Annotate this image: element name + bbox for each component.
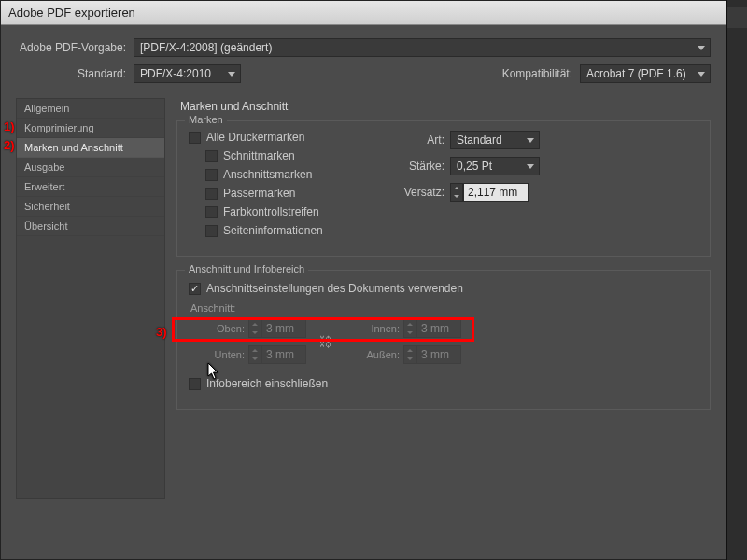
checkbox-label: Infobereich einschließen xyxy=(206,377,328,390)
checkbox-crop-marks[interactable]: Schnittmarken xyxy=(205,149,394,162)
checkbox-include-slug[interactable]: Infobereich einschließen xyxy=(189,377,698,390)
offset-stepper[interactable] xyxy=(450,183,463,202)
bleed-sub-label: Anschnitt: xyxy=(190,302,698,314)
bleed-outer-label: Außen: xyxy=(344,349,400,360)
cursor-icon xyxy=(207,362,222,381)
bleed-legend: Anschnitt und Infobereich xyxy=(185,263,308,274)
compat-dropdown[interactable]: Acrobat 7 (PDF 1.6) xyxy=(580,64,711,83)
checkbox-label: Schnittmarken xyxy=(223,149,295,162)
weight-dropdown[interactable]: 0,25 Pt xyxy=(450,157,540,175)
checkbox-label: Passermarken xyxy=(223,187,295,200)
checkbox-label: Farbkontrollstreifen xyxy=(223,205,319,218)
checkbox-label: Seiteninformationen xyxy=(223,224,323,237)
dialog-title: Adobe PDF exportieren xyxy=(1,1,726,25)
export-pdf-dialog: Adobe PDF exportieren Adobe PDF-Vorgabe:… xyxy=(0,0,726,560)
checkbox-page-info[interactable]: Seiteninformationen xyxy=(205,224,394,237)
checkbox-color-bars[interactable]: Farbkontrollstreifen xyxy=(205,205,394,218)
marks-fieldset: Marken Alle Druckermarken Schnittmarken xyxy=(176,120,711,257)
preset-label: Adobe PDF-Vorgabe: xyxy=(16,41,126,54)
checkbox-use-doc-bleed[interactable]: Anschnittseinstellungen des Dokuments ve… xyxy=(189,282,698,295)
offset-label: Versatz: xyxy=(394,186,444,199)
sidebar-item-compression[interactable]: Komprimierung xyxy=(17,119,164,138)
bleed-outer-stepper[interactable] xyxy=(403,345,416,364)
bleed-bottom-stepper[interactable] xyxy=(248,345,261,364)
weight-label: Stärke: xyxy=(394,160,444,173)
main-panel: Marken und Anschnitt Marken Alle Drucker… xyxy=(176,98,711,499)
checkbox-icon xyxy=(189,132,201,144)
standard-dropdown[interactable]: PDF/X-4:2010 xyxy=(134,64,241,83)
panel-title: Marken und Anschnitt xyxy=(176,98,711,120)
sidebar-item-advanced[interactable]: Erweitert xyxy=(17,177,164,197)
checkbox-label: Anschnittsmarken xyxy=(223,168,312,181)
marks-legend: Marken xyxy=(185,114,227,125)
standard-label: Standard: xyxy=(16,67,126,80)
art-dropdown[interactable]: Standard xyxy=(450,131,540,149)
sidebar-item-summary[interactable]: Übersicht xyxy=(17,217,164,236)
bleed-outer-input[interactable]: 3 mm xyxy=(416,345,461,364)
checkbox-all-marks[interactable]: Alle Druckermarken xyxy=(189,131,394,144)
offset-input[interactable]: 2,117 mm xyxy=(463,183,529,202)
checkbox-icon xyxy=(189,283,201,295)
bleed-bottom-input[interactable]: 3 mm xyxy=(261,345,306,364)
sidebar-item-output[interactable]: Ausgabe xyxy=(17,158,164,177)
checkbox-icon xyxy=(205,188,218,200)
top-section: Adobe PDF-Vorgabe: [PDF/X-4:2008] (geänd… xyxy=(1,25,726,98)
sidebar-item-security[interactable]: Sicherheit xyxy=(17,197,164,217)
checkbox-icon xyxy=(205,150,218,162)
checkbox-icon xyxy=(189,378,201,390)
annotation-highlight-box xyxy=(172,317,474,342)
annotation-1: 1) xyxy=(4,119,15,133)
art-label: Art: xyxy=(394,133,444,147)
bleed-bottom-label: Unten: xyxy=(189,349,245,360)
bg-panel xyxy=(726,0,747,560)
checkbox-registration-marks[interactable]: Passermarken xyxy=(205,187,394,200)
compat-label: Kompatibilität: xyxy=(502,67,572,80)
annotation-2: 2) xyxy=(4,138,15,152)
annotation-3: 3) xyxy=(156,325,167,339)
checkbox-bleed-marks[interactable]: Anschnittsmarken xyxy=(205,168,394,181)
sidebar-item-marks-bleed[interactable]: Marken und Anschnitt xyxy=(17,138,164,158)
checkbox-icon xyxy=(205,206,218,218)
checkbox-label: Anschnittseinstellungen des Dokuments ve… xyxy=(206,282,463,295)
sidebar-item-general[interactable]: Allgemein xyxy=(17,99,164,119)
preset-dropdown[interactable]: [PDF/X-4:2008] (geändert) xyxy=(134,38,711,57)
checkbox-label: Alle Druckermarken xyxy=(206,131,304,144)
sidebar: Allgemein Komprimierung Marken und Ansch… xyxy=(16,98,165,499)
checkbox-icon xyxy=(205,225,218,237)
checkbox-icon xyxy=(205,169,218,181)
